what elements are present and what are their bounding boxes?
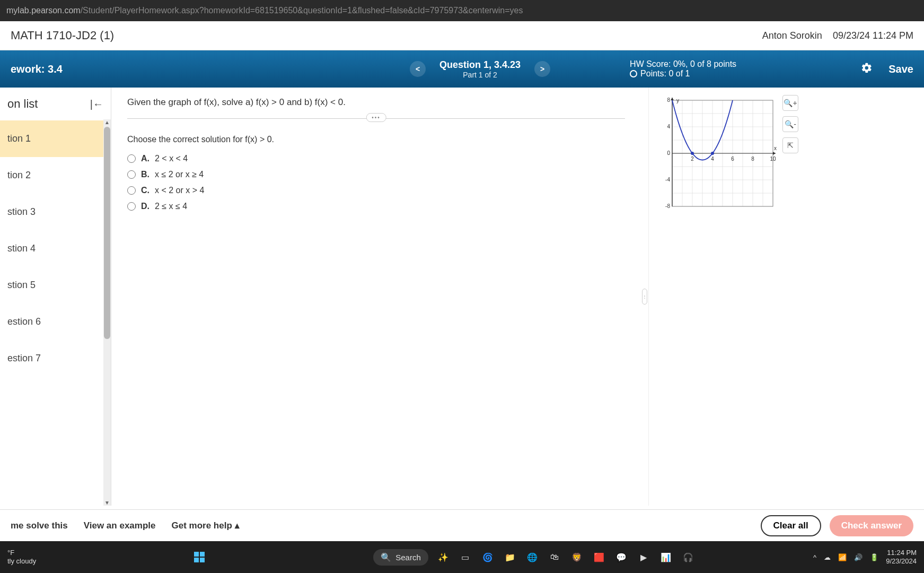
url-path: /Student/PlayerHomework.aspx?homeworkId=… [81,6,523,15]
choice-radio-D[interactable] [127,202,136,211]
next-question-button[interactable]: > [534,61,550,77]
save-button[interactable]: Save [888,63,913,75]
svg-text:y: y [676,98,679,103]
app2-icon[interactable]: 🟥 [592,550,606,565]
sidebar-item-q1[interactable]: tion 1 [0,120,111,157]
sidebar-title: on list [7,97,38,111]
taskbar-weather[interactable]: °F tly cloudy [7,549,36,565]
prev-question-button[interactable]: < [410,61,426,77]
sidebar-scrollbar[interactable]: ▲ ▼ [103,119,111,506]
app3-icon[interactable]: 📊 [658,550,673,565]
svg-point-38 [711,152,714,155]
sidebar-item-q7[interactable]: estion 7 [0,340,111,377]
viber-icon[interactable]: 💬 [614,550,629,565]
sidebar-item-q2[interactable]: tion 2 [0,157,111,194]
hw-score: HW Score: 0%, 0 of 8 points [630,59,736,69]
course-title: MATH 1710-JD2 (1) [11,29,114,42]
edge-icon[interactable]: 🌐 [525,550,540,565]
explorer-icon[interactable]: 📁 [503,550,517,565]
choice-D[interactable]: D. 2 ≤ x ≤ 4 [127,202,625,211]
app1-icon[interactable]: 🌀 [480,550,495,565]
scroll-up-icon[interactable]: ▲ [104,119,110,125]
question-list-sidebar: on list |← tion 1tion 2stion 3stion 4sti… [0,88,111,506]
url-host: mylab.pearson.com [6,6,81,15]
sidebar-item-q5[interactable]: stion 5 [0,267,111,303]
zoom-out-icon[interactable]: 🔍- [782,116,798,132]
copilot-icon[interactable]: ✨ [436,550,451,565]
browser-url-bar[interactable]: mylab.pearson.com/Student/PlayerHomework… [0,0,924,21]
header-datetime: 09/23/24 11:24 PM [833,30,913,41]
brave-icon[interactable]: 🦁 [569,550,584,565]
choice-radio-C[interactable] [127,186,136,195]
svg-rect-41 [194,558,199,562]
youtube-icon[interactable]: ▶ [636,550,651,565]
get-more-help-link[interactable]: Get more help ▴ [171,520,239,531]
question-number: Question 1, 3.4.23 [439,59,521,71]
choice-radio-B[interactable] [127,170,136,179]
svg-text:8: 8 [751,156,754,162]
svg-text:x: x [774,145,777,151]
svg-marker-24 [671,98,674,100]
scroll-down-icon[interactable]: ▼ [104,500,110,506]
question-part: Part 1 of 2 [439,71,521,79]
sidebar-item-q6[interactable]: estion 6 [0,303,111,340]
choice-C[interactable]: C. x < 2 or x > 4 [127,186,625,195]
svg-text:-8: -8 [665,203,670,209]
graph-plot: 246810-8-4480yx [656,95,778,217]
choice-A[interactable]: A. 2 < x < 4 [127,154,625,163]
app-header: MATH 1710-JD2 (1) Anton Sorokin 09/23/24… [0,21,924,50]
choice-text: x ≤ 2 or x ≥ 4 [155,170,204,179]
tray-wifi-icon[interactable]: 📶 [838,553,847,561]
question-panel: Given the graph of f(x), solve a) f(x) >… [111,88,641,506]
user-name: Anton Sorokin [762,30,822,41]
svg-text:8: 8 [667,97,670,103]
choice-text: 2 ≤ x ≤ 4 [155,202,187,211]
svg-marker-22 [773,152,776,155]
zoom-in-icon[interactable]: 🔍+ [782,95,798,111]
svg-text:4: 4 [667,124,670,129]
app4-icon[interactable]: 🎧 [681,550,696,565]
app-window: MATH 1710-JD2 (1) Anton Sorokin 09/23/24… [0,21,924,573]
blue-toolbar: ework: 3.4 < Question 1, 3.4.23 Part 1 o… [0,50,924,88]
choice-radio-A[interactable] [127,154,136,163]
expand-dots-button[interactable]: ••• [366,113,386,122]
check-answer-button[interactable]: Check answer [830,515,913,536]
search-label: Search [395,553,421,562]
help-me-solve-link[interactable]: me solve this [11,520,68,531]
taskbar-search[interactable]: 🔍 Search [373,549,428,566]
question-prompt: Given the graph of f(x), solve a) f(x) >… [127,97,625,108]
taskview-icon[interactable]: ▭ [458,550,473,565]
choice-text: 2 < x < 4 [155,154,188,163]
gear-icon[interactable] [861,62,873,76]
choice-text: x < 2 or x > 4 [155,186,204,195]
svg-rect-42 [200,558,205,562]
popout-icon[interactable]: ⇱ [782,137,798,153]
tray-chevron-icon[interactable]: ^ [813,553,816,561]
grip-icon: ⋮ [642,289,647,305]
start-icon[interactable] [192,550,207,565]
view-example-link[interactable]: View an example [84,520,156,531]
points-circle-icon [630,70,637,77]
scrollbar-thumb[interactable] [104,127,110,339]
tray-volume-icon[interactable]: 🔊 [854,553,863,561]
points: Points: 0 of 1 [640,69,690,79]
svg-text:6: 6 [731,156,734,162]
svg-rect-40 [200,552,205,557]
taskbar-clock[interactable]: 11:24 PM 9/23/2024 [886,549,917,565]
sidebar-item-q4[interactable]: stion 4 [0,230,111,267]
windows-taskbar: °F tly cloudy 🔍 Search ✨ ▭ 🌀 📁 🌐 🛍 🦁 🟥 💬… [0,541,924,573]
clear-all-button[interactable]: Clear all [761,515,821,536]
footer-bar: me solve this View an example Get more h… [0,509,924,541]
main-content: on list |← tion 1tion 2stion 3stion 4sti… [0,88,924,506]
panel-resize-handle[interactable]: ⋮ [641,88,648,506]
tray-cloud-icon[interactable]: ☁ [824,553,831,561]
tray-battery-icon[interactable]: 🔋 [870,553,878,561]
choice-letter: B. [141,170,149,179]
choice-letter: A. [141,154,149,163]
svg-text:0: 0 [667,150,670,156]
choice-letter: D. [141,202,149,211]
choice-B[interactable]: B. x ≤ 2 or x ≥ 4 [127,170,625,179]
sidebar-item-q3[interactable]: stion 3 [0,194,111,230]
store-icon[interactable]: 🛍 [547,550,562,565]
collapse-sidebar-icon[interactable]: |← [90,98,103,110]
